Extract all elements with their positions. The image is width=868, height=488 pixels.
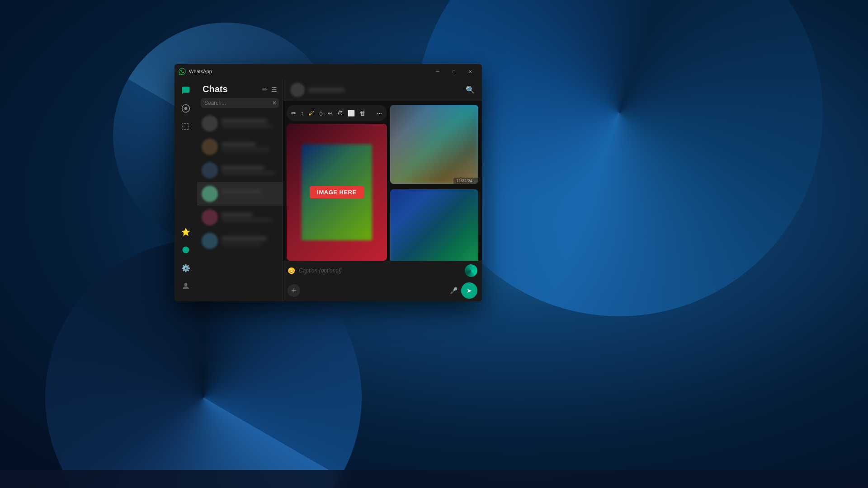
whatsapp-window: WhatsApp ─ □ ✕ [175,64,482,301]
contact-name [308,88,344,92]
chat-preview [222,242,261,245]
chat-preview [222,148,269,151]
minimize-button[interactable]: ─ [429,66,446,77]
window-controls: ─ □ ✕ [429,66,478,77]
list-item[interactable] [197,112,283,135]
marker-tool-icon[interactable]: 🖊 [308,108,314,118]
sidebar-item-starred[interactable]: ⭐ [178,224,194,240]
chat-name [222,190,261,193]
image-preview: IMAGE HERE [287,124,387,261]
sidebar-item-settings[interactable]: ⚙️ [178,260,194,276]
maximize-button[interactable]: □ [446,66,462,77]
messages-area: 11/22/24... ✏ ↕ 🖊 ◇ ↩ ⏱ ⬜ [283,101,482,261]
send-button[interactable]: ➤ [461,282,477,299]
shape-tool-icon[interactable]: ◇ [319,108,323,118]
whatsapp-logo-icon [178,67,186,75]
caption-bar: 😊 Caption (optional) [283,261,482,280]
sidebar-item-channels[interactable] [178,118,194,135]
sidebar-item-chats[interactable] [178,82,194,99]
message-timestamp: 11/22/24... [453,178,478,184]
timer-icon[interactable]: ⏱ [337,108,343,118]
contact-info [290,83,344,97]
add-button[interactable]: + [288,284,300,297]
chats-title: Chats [203,84,228,94]
mic-icon: 🎤 [450,287,458,294]
sidebar-item-notifications[interactable] [178,242,194,258]
main-content: ⭐ ⚙️ Chats ✏ [175,79,482,301]
close-button[interactable]: ✕ [462,66,478,77]
avatar [202,162,218,178]
list-item[interactable] [197,229,283,253]
received-image-1: 11/22/24... [390,105,478,184]
app-title: WhatsApp [189,69,212,74]
search-icon[interactable]: 🔍 [466,85,475,94]
list-item[interactable] [197,159,283,182]
chat-name [222,166,264,170]
search-close-icon[interactable]: ✕ [272,100,277,106]
list-item[interactable] [197,135,283,159]
sidebar-bottom: ⭐ ⚙️ [178,224,194,298]
chat-name [222,119,267,123]
undo-icon[interactable]: ↩ [328,108,333,118]
chat-preview [222,172,275,174]
editor-toolbar: ✏ ↕ 🖊 ◇ ↩ ⏱ ⬜ 🗑 ··· [287,105,387,121]
title-bar: WhatsApp ─ □ ✕ [175,64,482,79]
chat-preview [222,195,267,198]
taskbar [0,470,868,488]
title-bar-left: WhatsApp [178,67,212,75]
chat-preview [222,125,273,127]
gif-button[interactable] [465,264,477,277]
chat-area-header: 🔍 [283,79,482,101]
sidebar-icons: ⭐ ⚙️ [175,79,197,301]
chats-header-icons: ✏ ☰ [262,86,277,93]
search-bar: ✕ [201,98,279,108]
image-here-badge: IMAGE HERE [310,186,363,198]
chat-name [222,213,253,217]
chat-area: 🔍 11/22/24... ✏ [283,79,482,301]
chat-name [222,237,267,240]
contact-avatar [290,83,305,97]
chats-panel: Chats ✏ ☰ ✕ [197,79,283,301]
pencil-tool-icon[interactable]: ✏ [291,108,296,118]
filter-icon[interactable]: ☰ [271,86,277,93]
svg-point-1 [184,107,188,110]
compose-icon[interactable]: ✏ [262,86,268,93]
list-item[interactable] [197,206,283,229]
chat-list [197,112,283,301]
chat-preview [222,219,273,221]
avatar [202,115,218,131]
search-input[interactable] [204,100,272,106]
image-editor: ✏ ↕ 🖊 ◇ ↩ ⏱ ⬜ 🗑 ··· IMAGE HERE [287,105,387,261]
emoji-icon[interactable]: 😊 [288,267,295,274]
chats-header: Chats ✏ ☰ [197,79,283,98]
avatar [202,186,218,202]
gif-icon [465,264,477,277]
chat-name [222,143,255,146]
list-item[interactable] [197,182,283,206]
svg-point-2 [183,247,189,253]
sidebar-item-profile[interactable] [178,278,194,294]
caption-placeholder[interactable]: Caption (optional) [299,267,461,274]
avatar [202,139,218,155]
header-icons: 🔍 [466,85,475,94]
svg-point-3 [184,283,188,286]
crop-icon[interactable]: ⬜ [348,108,355,118]
received-image-2 [390,189,478,261]
bottom-bar: + 🎤 ➤ [283,280,482,301]
arrow-tool-icon[interactable]: ↕ [301,108,304,118]
sidebar-item-status[interactable] [178,100,194,117]
more-options-icon[interactable]: ··· [374,108,385,117]
delete-icon[interactable]: 🗑 [359,108,365,118]
avatar [202,209,218,225]
avatar [202,233,218,249]
